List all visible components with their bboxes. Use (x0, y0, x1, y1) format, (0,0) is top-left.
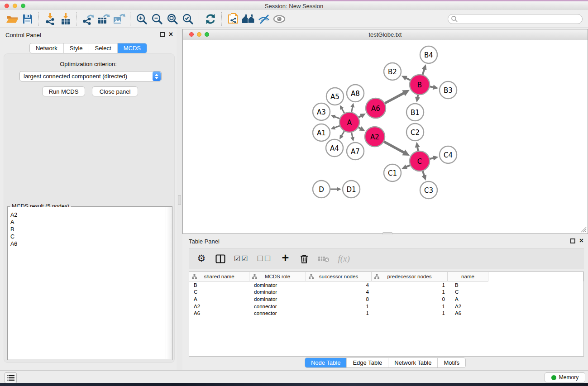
import-table-button[interactable] (58, 12, 73, 26)
graph-node-C[interactable]: C (410, 151, 430, 171)
tab-style[interactable]: Style (63, 43, 89, 53)
zoom-out-icon (151, 13, 163, 25)
graph-node-A2[interactable]: A2 (365, 127, 385, 147)
graph-node-A4[interactable]: A4 (326, 139, 343, 157)
splitter-handle[interactable] (178, 195, 181, 205)
table-options-button[interactable]: ⚙ (196, 252, 207, 266)
column-header-name[interactable]: name (448, 272, 488, 281)
show-task-history-button[interactable] (5, 372, 17, 383)
table-cell: 8 (306, 296, 372, 302)
deselect-all-button[interactable]: ☐☐ (257, 252, 272, 266)
select-all-button[interactable]: ☑☑ (234, 252, 249, 266)
search-input[interactable] (448, 14, 583, 24)
delete-column-button[interactable] (299, 252, 310, 266)
graph-node-A5[interactable]: A5 (326, 88, 344, 105)
table-cell: connector (249, 310, 306, 316)
graph-node-A6[interactable]: A6 (366, 98, 386, 118)
import-network-icon (44, 13, 56, 25)
graph-node-C2[interactable]: C2 (406, 124, 424, 141)
table-cell: A2 (189, 304, 249, 309)
export-network-button[interactable] (81, 12, 96, 26)
export-table-button[interactable] (96, 12, 111, 26)
tab-edge-table[interactable]: Edge Table (346, 358, 388, 367)
float-panel-icon[interactable] (570, 238, 575, 243)
graph-node-D[interactable]: D (313, 181, 330, 198)
table-cell: 1 (372, 289, 448, 295)
graph-node-C4[interactable]: C4 (440, 146, 457, 163)
graph-node-C3[interactable]: C3 (420, 181, 437, 199)
table-row[interactable]: Adominator80A (189, 295, 583, 303)
show-graphics-details-button[interactable] (272, 12, 287, 26)
export-image-button[interactable] (111, 12, 127, 26)
resize-grip-icon[interactable] (581, 227, 587, 233)
graph-node-label: A1 (317, 129, 326, 137)
run-mcds-button[interactable]: Run MCDS (42, 86, 85, 96)
graph-node-A[interactable]: A (339, 112, 359, 132)
mcds-result-item[interactable]: B (10, 226, 17, 233)
checked-checkboxes-icon: ☑☑ (234, 255, 249, 262)
open-session-button[interactable] (5, 12, 20, 26)
import-network-button[interactable] (43, 12, 58, 26)
save-icon (22, 14, 33, 24)
vertical-splitter[interactable] (177, 28, 182, 370)
mcds-result-listbox[interactable]: A2ABCA6 (8, 207, 172, 359)
select-stepper-icon (153, 71, 161, 81)
graph-node-A8[interactable]: A8 (347, 85, 364, 102)
graph-node-A3[interactable]: A3 (313, 103, 330, 120)
network-window-titlebar[interactable]: testGlobe.txt (183, 29, 588, 41)
table-row[interactable]: Cdominator41C (189, 289, 583, 296)
tab-network[interactable]: Network (30, 43, 63, 53)
tab-node-table[interactable]: Node Table (305, 358, 347, 367)
mcds-result-item[interactable]: A (10, 219, 17, 226)
clone-network-button[interactable] (225, 12, 241, 26)
close-panel-icon[interactable]: × (169, 30, 173, 39)
save-session-button[interactable] (20, 12, 35, 26)
tab-network-table[interactable]: Network Table (388, 358, 437, 367)
refresh-button[interactable] (203, 12, 218, 26)
clone-network-icon (227, 13, 239, 25)
graph-node-B2[interactable]: B2 (384, 63, 401, 80)
table-row[interactable]: A6connector11A6 (189, 310, 583, 317)
refresh-icon (205, 13, 216, 25)
graph-node-B1[interactable]: B1 (406, 104, 424, 121)
graph-node-C1[interactable]: C1 (384, 164, 401, 181)
mcds-result-item[interactable]: A2 (10, 211, 17, 219)
mcds-list-scrollbar[interactable] (166, 207, 172, 359)
zoom-fit-button[interactable] (165, 12, 180, 26)
table-cell: C (189, 289, 249, 295)
zoom-selected-button[interactable] (180, 12, 196, 26)
float-panel-icon[interactable] (160, 32, 165, 37)
home-button[interactable] (241, 12, 256, 26)
list-icon (7, 375, 14, 381)
column-header-mcds-role[interactable]: MCDS role (249, 272, 306, 281)
gear-icon: ⚙ (197, 254, 206, 263)
memory-button[interactable]: Memory (545, 372, 585, 382)
zoom-in-icon (136, 13, 148, 25)
mcds-result-item[interactable]: C (10, 233, 17, 240)
close-panel-icon[interactable]: × (579, 236, 583, 245)
column-header-successor-nodes[interactable]: successor nodes (306, 272, 372, 281)
tab-mcds[interactable]: MCDS (117, 43, 147, 53)
optimization-criterion-select[interactable]: largest connected component (directed) (19, 71, 162, 81)
network-canvas[interactable]: B4B2BB3A8A5A6A3B1AC2A1A2A4A7C4CC1C3DD1 (183, 40, 588, 234)
hide-graphics-details-button[interactable] (256, 12, 272, 26)
zoom-in-button[interactable] (134, 12, 149, 26)
add-column-button[interactable]: + (280, 252, 291, 266)
table-row[interactable]: A2connector11A2 (189, 303, 583, 310)
graph-node-A1[interactable]: A1 (313, 124, 330, 141)
graph-node-B[interactable]: B (410, 75, 430, 95)
tab-motifs[interactable]: Motifs (437, 358, 465, 367)
mcds-result-item[interactable]: A6 (10, 240, 17, 248)
tab-select[interactable]: Select (89, 43, 117, 53)
graph-node-A7[interactable]: A7 (347, 143, 364, 160)
graph-node-B4[interactable]: B4 (420, 46, 437, 63)
graph-node-D1[interactable]: D1 (343, 181, 360, 198)
split-panel-button[interactable] (215, 252, 226, 266)
table-row[interactable]: Bdominator41B (189, 281, 583, 289)
zoom-out-button[interactable] (149, 12, 165, 26)
graph-node-B3[interactable]: B3 (440, 81, 457, 99)
graph-node-label: B2 (388, 68, 397, 76)
close-panel-button[interactable]: Close panel (92, 86, 138, 96)
column-header-predecessor-nodes[interactable]: predecessor nodes (372, 272, 448, 281)
column-header-shared-name[interactable]: shared name (189, 272, 249, 281)
